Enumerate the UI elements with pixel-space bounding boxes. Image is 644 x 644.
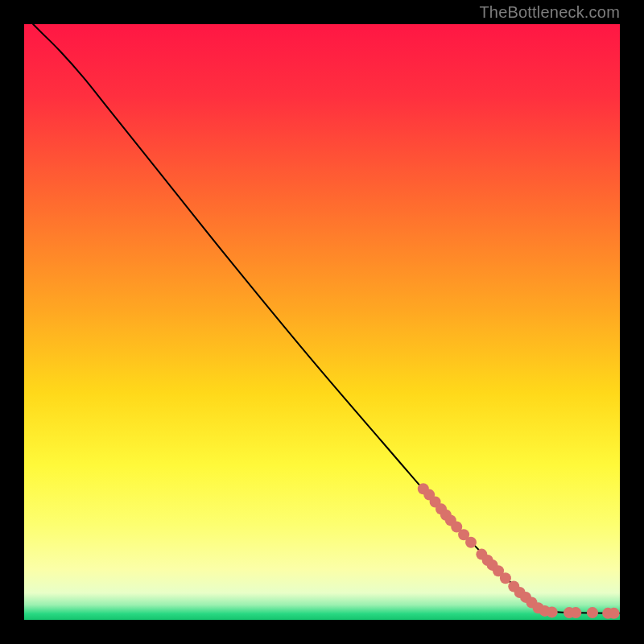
data-marker bbox=[465, 537, 477, 548]
data-marker bbox=[547, 606, 558, 617]
chart-svg bbox=[24, 24, 620, 620]
data-marker bbox=[609, 608, 620, 619]
data-marker bbox=[500, 572, 511, 584]
chart-frame: TheBottleneck.com bbox=[0, 0, 644, 644]
watermark-label: TheBottleneck.com bbox=[479, 3, 620, 22]
data-marker bbox=[570, 607, 581, 618]
plot-area bbox=[24, 24, 620, 620]
bottleneck-curve bbox=[33, 24, 620, 613]
data-marker bbox=[587, 607, 598, 618]
marker-layer bbox=[418, 483, 620, 619]
